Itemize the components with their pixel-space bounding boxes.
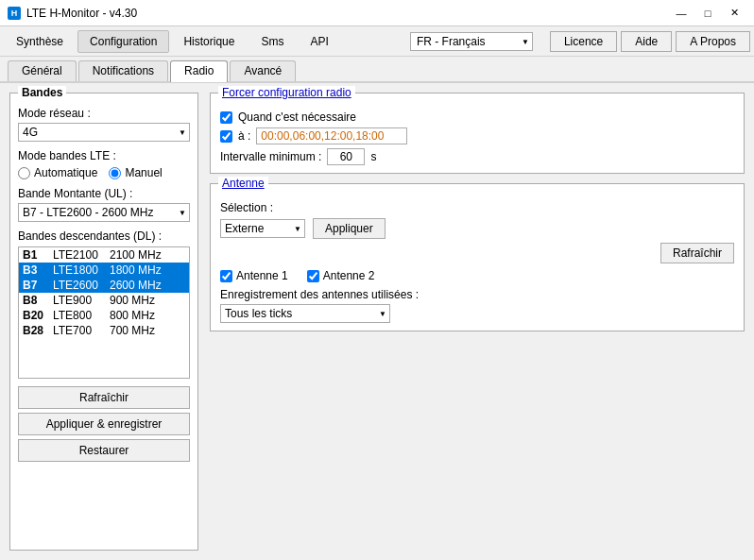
quand-row: Quand c'est nécessaire bbox=[220, 110, 734, 124]
antenne2-checkbox[interactable] bbox=[307, 270, 319, 282]
band-name-b20: LTE800 bbox=[53, 309, 102, 322]
close-button[interactable]: ✕ bbox=[722, 4, 746, 23]
band-name-b3: LTE1800 bbox=[53, 263, 102, 277]
intervalle-row: Intervalle minimum : s bbox=[220, 148, 734, 165]
quand-checkbox[interactable] bbox=[220, 111, 232, 124]
band-name-b28: LTE700 bbox=[53, 324, 102, 337]
radio-automatique-label: Automatique bbox=[34, 166, 97, 179]
maximize-button[interactable]: □ bbox=[695, 4, 720, 23]
a-row: à : bbox=[220, 127, 734, 144]
antenne-select-wrapper: Externe Interne Auto bbox=[220, 219, 305, 238]
antenne-rafraichir-button[interactable]: Rafraîchir bbox=[660, 243, 734, 263]
band-item-b8[interactable]: B8 LTE900 900 MHz bbox=[19, 293, 189, 308]
a-value-input[interactable] bbox=[256, 127, 407, 144]
antenne1-label: Antenne 1 bbox=[236, 269, 288, 282]
band-code-b3: B3 bbox=[23, 263, 45, 277]
restaurer-button[interactable]: Restaurer bbox=[18, 439, 190, 462]
radio-automatique-input[interactable] bbox=[18, 167, 30, 179]
antenne-appliquer-button[interactable]: Appliquer bbox=[313, 218, 386, 239]
intervalle-unit: s bbox=[370, 150, 376, 163]
antenne1-item[interactable]: Antenne 1 bbox=[220, 269, 288, 282]
lang-select-wrapper: FR - Français EN - English DE - Deutsch bbox=[410, 32, 533, 51]
band-freq-b1: 2100 MHz bbox=[110, 248, 162, 262]
minimize-button[interactable]: — bbox=[669, 4, 694, 23]
enreg-label: Enregistrement des antennes utilisées : bbox=[220, 288, 734, 301]
ant-check-row: Antenne 1 Antenne 2 bbox=[220, 269, 734, 282]
antenne-title[interactable]: Antenne bbox=[218, 177, 268, 190]
band-item-b28[interactable]: B28 LTE700 700 MHz bbox=[19, 323, 189, 338]
subtab-notifications[interactable]: Notifications bbox=[78, 60, 168, 81]
app-icon: H bbox=[8, 7, 21, 20]
selection-control-row: Externe Interne Auto Appliquer bbox=[220, 218, 734, 239]
tous-select-wrapper: Tous les ticks Chaque minute Chaque heur… bbox=[220, 304, 390, 323]
radio-manuel[interactable]: Manuel bbox=[109, 166, 162, 179]
mode-lte-label: Mode bandes LTE : bbox=[18, 149, 190, 162]
band-code-b7: B7 bbox=[23, 279, 45, 292]
apropos-button[interactable]: A Propos bbox=[676, 31, 750, 52]
bottom-buttons: Rafraîchir Appliquer & enregistrer Resta… bbox=[18, 386, 190, 462]
tab-synthese[interactable]: Synthèse bbox=[4, 30, 76, 53]
antenne-refresh-row: Rafraîchir bbox=[220, 243, 734, 263]
subtab-general[interactable]: Général bbox=[8, 60, 77, 81]
antenne1-checkbox[interactable] bbox=[220, 270, 232, 282]
appliquer-enregistrer-button[interactable]: Appliquer & enregistrer bbox=[18, 413, 190, 435]
band-freq-b28: 700 MHz bbox=[110, 324, 155, 337]
band-freq-b3: 1800 MHz bbox=[110, 263, 162, 277]
rafraichir-button[interactable]: Rafraîchir bbox=[18, 386, 190, 409]
forcer-config-panel: Forcer configuration radio Quand c'est n… bbox=[210, 93, 745, 174]
band-code-b20: B20 bbox=[23, 309, 45, 322]
band-freq-b8: 900 MHz bbox=[110, 294, 155, 307]
lang-select-container: FR - Français EN - English DE - Deutsch bbox=[410, 32, 533, 51]
aide-button[interactable]: Aide bbox=[621, 31, 672, 52]
antenne-select[interactable]: Externe Interne Auto bbox=[220, 219, 305, 238]
bande-montante-select[interactable]: B7 - LTE2600 - 2600 MHz B1 - LTE2100 - 2… bbox=[18, 203, 190, 222]
band-code-b8: B8 bbox=[23, 294, 45, 307]
band-code-b28: B28 bbox=[23, 324, 45, 337]
mode-reseau-wrapper: 4G 3G 2G Auto bbox=[18, 123, 190, 142]
antenne2-label: Antenne 2 bbox=[323, 269, 375, 282]
band-item-b20[interactable]: B20 LTE800 800 MHz bbox=[19, 308, 189, 323]
band-list: B1 LTE2100 2100 MHz B3 LTE1800 1800 MHz … bbox=[18, 246, 190, 379]
intervalle-label: Intervalle minimum : bbox=[220, 150, 321, 163]
sub-tabs: Général Notifications Radio Avancé bbox=[0, 57, 754, 83]
subtab-avance[interactable]: Avancé bbox=[230, 60, 296, 81]
band-item-b1[interactable]: B1 LTE2100 2100 MHz bbox=[19, 247, 189, 263]
lang-select[interactable]: FR - Français EN - English DE - Deutsch bbox=[410, 32, 533, 51]
band-freq-b7: 2600 MHz bbox=[110, 279, 162, 292]
radio-manuel-input[interactable] bbox=[109, 167, 121, 179]
title-bar-controls: — □ ✕ bbox=[669, 4, 746, 23]
forcer-config-title[interactable]: Forcer configuration radio bbox=[218, 86, 355, 99]
band-item-b7[interactable]: B7 LTE2600 2600 MHz bbox=[19, 278, 189, 293]
radio-automatique[interactable]: Automatique bbox=[18, 166, 97, 179]
band-code-b1: B1 bbox=[23, 248, 45, 262]
main-content: Bandes Mode réseau : 4G 3G 2G Auto Mode … bbox=[0, 83, 754, 560]
antenne-panel: Antenne Sélection : Externe Interne Auto… bbox=[210, 183, 745, 331]
bandes-panel: Bandes Mode réseau : 4G 3G 2G Auto Mode … bbox=[9, 93, 198, 551]
tab-historique[interactable]: Historique bbox=[171, 30, 247, 53]
tab-sms[interactable]: Sms bbox=[248, 30, 296, 53]
tab-configuration[interactable]: Configuration bbox=[77, 30, 169, 53]
bande-montante-wrapper: B7 - LTE2600 - 2600 MHz B1 - LTE2100 - 2… bbox=[18, 203, 190, 222]
antenne2-item[interactable]: Antenne 2 bbox=[307, 269, 375, 282]
bande-montante-label: Bande Montante (UL) : bbox=[18, 187, 190, 200]
bandes-title: Bandes bbox=[18, 86, 66, 99]
quand-label: Quand c'est nécessaire bbox=[238, 110, 356, 124]
menu-bar: Synthèse Configuration Historique Sms AP… bbox=[0, 26, 754, 57]
top-buttons: Licence Aide A Propos bbox=[550, 31, 750, 52]
band-item-b3[interactable]: B3 LTE1800 1800 MHz bbox=[19, 263, 189, 278]
selection-row: Sélection : bbox=[220, 201, 734, 214]
a-checkbox[interactable] bbox=[220, 130, 232, 143]
band-name-b7: LTE2600 bbox=[53, 279, 102, 292]
a-label: à : bbox=[238, 129, 250, 143]
band-freq-b20: 800 MHz bbox=[110, 309, 155, 322]
mode-reseau-select[interactable]: 4G 3G 2G Auto bbox=[18, 123, 190, 142]
window-title: LTE H-Monitor - v4.30 bbox=[26, 7, 137, 20]
tous-select[interactable]: Tous les ticks Chaque minute Chaque heur… bbox=[220, 304, 390, 323]
tab-api[interactable]: API bbox=[298, 30, 340, 53]
licence-button[interactable]: Licence bbox=[550, 31, 617, 52]
band-name-b1: LTE2100 bbox=[53, 248, 102, 262]
title-bar: H LTE H-Monitor - v4.30 — □ ✕ bbox=[0, 0, 754, 26]
subtab-radio[interactable]: Radio bbox=[170, 60, 228, 82]
intervalle-input[interactable] bbox=[327, 148, 365, 165]
mode-lte-radio-group: Automatique Manuel bbox=[18, 166, 190, 179]
